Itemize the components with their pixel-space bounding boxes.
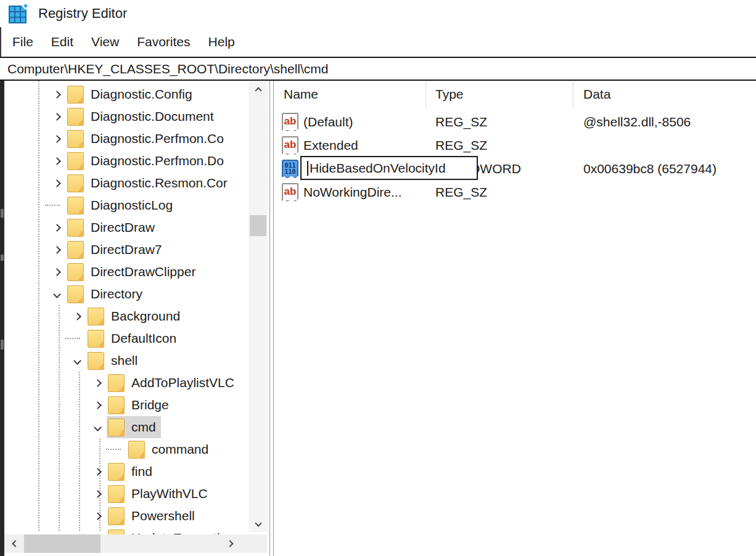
chevron-right-icon[interactable]: [47, 239, 66, 261]
tree-node-content[interactable]: Directory: [66, 283, 147, 305]
horizontal-scroll-thumb[interactable]: [24, 534, 101, 553]
tree-item-directdraw[interactable]: DirectDraw: [4, 216, 269, 239]
value-row[interactable]: ExtendedREG_SZ: [274, 134, 756, 157]
column-header-type[interactable]: Type: [435, 87, 464, 102]
chevron-right-icon: [226, 540, 233, 547]
value-name: NoWorkingDire...: [303, 185, 402, 200]
tree-item-diagnosticlog[interactable]: DiagnosticLog: [4, 194, 269, 216]
scroll-down-button[interactable]: [249, 515, 268, 532]
pane-splitter[interactable]: [269, 81, 274, 556]
menu-favorites[interactable]: Favorites: [137, 35, 190, 49]
chevron-left-icon: [12, 540, 18, 547]
tree-item-playwithvlc[interactable]: PlayWithVLC: [4, 483, 269, 505]
value-type: REG_SZ: [435, 138, 487, 153]
leaf-connector-dots: [47, 194, 66, 216]
vertical-scroll-thumb[interactable]: [250, 215, 266, 236]
tree-item-addtoplaylistvlc[interactable]: AddToPlaylistVLC: [4, 372, 269, 394]
scroll-up-button[interactable]: [249, 82, 268, 99]
column-resize-handle[interactable]: [425, 82, 426, 108]
scroll-right-button[interactable]: [221, 534, 239, 553]
chevron-right-icon[interactable]: [47, 216, 66, 239]
tree-node-content[interactable]: Diagnostic.Config: [66, 83, 197, 105]
tree-item-directdraw7[interactable]: DirectDraw7: [4, 239, 269, 261]
value-row[interactable]: NoWorkingDire...REG_SZ: [274, 181, 756, 204]
chevron-right-icon[interactable]: [47, 105, 66, 128]
tree-item-find[interactable]: find: [4, 460, 269, 483]
tree-item-command[interactable]: command: [4, 438, 269, 460]
chevron-right-icon[interactable]: [88, 505, 107, 527]
column-resize-handle[interactable]: [573, 82, 573, 108]
column-header-name[interactable]: Name: [284, 87, 318, 102]
folder-icon: [67, 108, 84, 126]
column-header-data[interactable]: Data: [583, 87, 610, 102]
tree-node-content[interactable]: PlayWithVLC: [107, 483, 213, 505]
tree-item-label: command: [152, 442, 208, 457]
chevron-right-icon[interactable]: [47, 172, 66, 194]
tree-item-directdrawclipper[interactable]: DirectDrawClipper: [4, 261, 269, 283]
chevron-right-icon[interactable]: [47, 261, 66, 283]
chevron-right-icon[interactable]: [47, 150, 66, 172]
value-list-pane: Name Type Data (Default)REG_SZ@shell32.d…: [274, 81, 756, 556]
tree-node-content[interactable]: shell: [86, 350, 142, 372]
chevron-right-icon[interactable]: [88, 483, 107, 505]
tree-node-content[interactable]: cmd: [107, 416, 161, 438]
tree-item-diagnostic-config[interactable]: Diagnostic.Config: [4, 83, 269, 105]
tree-item-directory[interactable]: Directory: [4, 283, 269, 305]
tree-item-label: DirectDrawClipper: [91, 264, 195, 279]
folder-icon: [88, 352, 104, 370]
scroll-left-button[interactable]: [7, 534, 24, 553]
tree-item-bridge[interactable]: Bridge: [4, 394, 269, 416]
tree-item-shell[interactable]: shell: [4, 350, 269, 372]
tree-item-powershell[interactable]: Powershell: [4, 505, 269, 527]
menu-file[interactable]: File: [12, 35, 33, 49]
dword-value-icon: [282, 160, 298, 178]
chevron-right-icon[interactable]: [88, 372, 107, 394]
tree-node-content[interactable]: Diagnostic.Resmon.Cor: [66, 172, 232, 194]
tree-item-diagnostic-perfmon-co[interactable]: Diagnostic.Perfmon.Co: [4, 128, 269, 150]
folder-icon: [67, 152, 84, 170]
tree-item-cmd[interactable]: cmd: [4, 416, 269, 438]
tree-node-content[interactable]: Bridge: [107, 394, 174, 416]
menu-view[interactable]: View: [91, 35, 119, 49]
chevron-right-icon[interactable]: [68, 305, 86, 327]
tree-item-background[interactable]: Background: [4, 305, 269, 327]
folder-icon: [108, 463, 125, 481]
leaf-connector-dots: [68, 327, 86, 350]
tree-node-content[interactable]: Background: [86, 305, 185, 327]
screen-edge-strip: [0, 81, 4, 556]
tree-horizontal-scrollbar[interactable]: [4, 534, 267, 553]
menu-help[interactable]: Help: [208, 35, 235, 49]
chevron-right-icon[interactable]: [47, 83, 66, 105]
tree-node-content[interactable]: Diagnostic.Document: [66, 105, 219, 128]
tree-node-content[interactable]: AddToPlaylistVLC: [107, 372, 239, 394]
tree-item-defaulticon[interactable]: DefaultIcon: [4, 327, 269, 350]
tree-node-content[interactable]: DefaultIcon: [86, 327, 181, 350]
tree-node-content[interactable]: DiagnosticLog: [66, 194, 178, 216]
tree-item-label: DiagnosticLog: [91, 198, 173, 213]
tree-node-content[interactable]: DirectDraw: [66, 216, 160, 239]
chevron-down-icon[interactable]: [68, 350, 86, 372]
tree-node-content[interactable]: command: [127, 438, 213, 460]
chevron-down-icon[interactable]: [88, 416, 107, 438]
tree-item-diagnostic-document[interactable]: Diagnostic.Document: [4, 105, 269, 128]
chevron-down-icon[interactable]: [47, 283, 66, 305]
tree-node-content[interactable]: Diagnostic.Perfmon.Do: [66, 150, 229, 172]
address-bar-input[interactable]: Computer\HKEY_CLASSES_ROOT\Directory\she…: [0, 57, 756, 81]
tree-item-diagnostic-perfmon-do[interactable]: Diagnostic.Perfmon.Do: [4, 150, 269, 172]
value-row[interactable]: (Default)REG_SZ@shell32.dll,-8506: [274, 110, 756, 134]
tree-item-diagnostic-resmon-cor[interactable]: Diagnostic.Resmon.Cor: [4, 172, 269, 194]
string-value-icon: [282, 183, 298, 202]
value-rename-edit-box[interactable]: HideBasedOnVelocityId: [300, 156, 478, 180]
tree-node-content[interactable]: DirectDraw7: [66, 239, 167, 261]
tree-node-content[interactable]: Powershell: [107, 505, 200, 527]
tree-node-content[interactable]: find: [107, 460, 157, 483]
value-type: REG_SZ: [435, 115, 487, 129]
chevron-right-icon[interactable]: [47, 128, 66, 150]
chevron-right-icon[interactable]: [88, 460, 107, 483]
tree-vertical-scrollbar[interactable]: [249, 82, 268, 532]
tree-node-content[interactable]: Diagnostic.Perfmon.Co: [66, 128, 229, 150]
tree-item-label: Diagnostic.Document: [91, 109, 214, 124]
tree-node-content[interactable]: DirectDrawClipper: [66, 261, 200, 283]
menu-edit[interactable]: Edit: [51, 35, 73, 49]
chevron-right-icon[interactable]: [88, 394, 107, 416]
